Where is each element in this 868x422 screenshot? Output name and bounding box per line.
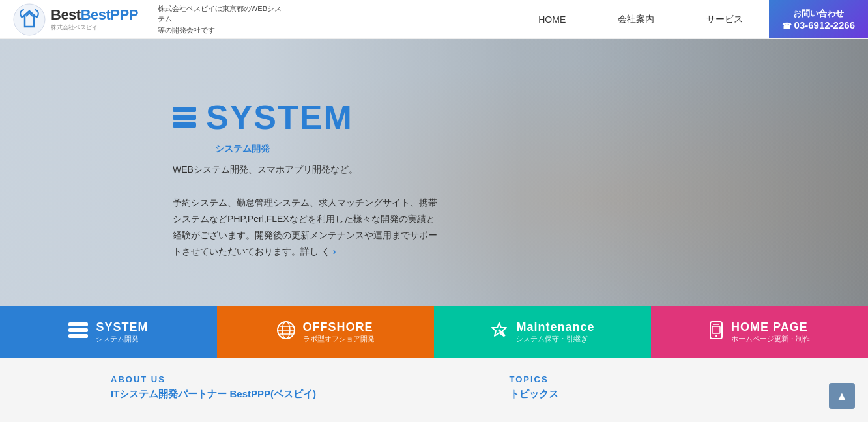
hero-desc-line3: システムなどPHP,Perl,FLEXなどを利用した様々な開発の実績と [173,211,453,227]
maintenance-tab-title: Maintenance [516,320,594,334]
hero-description: WEBシステム開発、スマホアプリ開発など。 予約システム、勤怠管理システム、求人… [173,162,453,260]
maintenance-tab-text: Maintenance システム保守・引継ぎ [516,320,594,344]
bottom-section: ABOUT US ITシステム開発パートナー BestPPP(ベスピイ) TOP… [0,358,868,422]
chevron-right-icon: › [333,246,336,257]
nav-service[interactable]: サービス [680,0,769,38]
system-tab-sub: システム開発 [96,334,148,344]
icon-bar-1 [173,107,196,112]
topics-content: トピックス [510,388,843,401]
logo-brand: BestBestPPP [51,7,138,23]
service-tab-offshore[interactable]: OFFSHORE ラボ型オフショア開発 [217,306,434,358]
hero-main-title: SYSTEM [206,98,353,137]
logo[interactable]: BestBestPPP 株式会社ベスピイ [0,3,151,36]
svg-point-0 [14,4,45,35]
maintenance-tab-sub: システム保守・引継ぎ [516,334,594,344]
nav-company[interactable]: 会社案内 [592,0,680,38]
maintenance-tab-icon [490,321,508,343]
homepage-tab-icon [709,321,723,343]
contact-label: お問い合わせ [793,8,844,20]
svg-rect-14 [712,326,720,333]
icon-bar-3 [173,122,196,128]
offshore-tab-title: OFFSHORE [303,320,375,334]
nav-home[interactable]: HOME [512,0,592,38]
hero-desc-line5: トさせていただいております。詳し く › [173,244,453,260]
about-section: ABOUT US ITシステム開発パートナー BestPPP(ベスピイ) [0,358,470,422]
hero-desc-line2: 予約システム、勤怠管理システム、求人マッチングサイト、携帯 [173,195,453,211]
offshore-tab-sub: ラボ型オフショア開発 [303,334,375,344]
system-tab-title: SYSTEM [96,320,148,334]
topics-section: TOPICS トピックス [470,358,869,422]
system-tab-text: SYSTEM システム開発 [96,320,148,344]
homepage-tab-text: HOME PAGE ホームページ更新・制作 [731,320,810,344]
nav-contact[interactable]: お問い合わせ 03-6912-2266 [769,0,868,38]
hero-subtitle: システム開発 [215,143,868,155]
svg-rect-3 [68,334,88,338]
offshore-tab-text: OFFSHORE ラボ型オフショア開発 [303,320,375,344]
service-tab-maintenance[interactable]: Maintenance システム保守・引継ぎ [434,306,651,358]
icon-bar-2 [173,115,196,120]
chevron-up-icon: ▲ [836,389,848,403]
scroll-to-top-button[interactable]: ▲ [829,383,855,409]
svg-point-12 [715,335,717,337]
hero-desc-line4: 経験がございます。開発後の更新メンテナンスや運用までサポー [173,227,453,244]
svg-rect-2 [68,328,88,332]
hero-desc-line1: WEBシステム開発、スマホアプリ開発など。 [173,162,453,178]
logo-icon [13,3,46,36]
header-tagline: 株式会社ベスピイは東京都のWEBシステム 等の開発会社です [158,3,288,36]
system-tab-icon [68,322,88,342]
offshore-tab-icon [277,321,295,343]
system-icon [173,107,196,128]
logo-sub: 株式会社ベスピイ [51,23,138,32]
hero-more-link[interactable]: く › [321,246,336,257]
header-nav: HOME 会社案内 サービス お問い合わせ 03-6912-2266 [512,0,868,38]
service-tab-system[interactable]: SYSTEM システム開発 [0,306,217,358]
topics-label: TOPICS [510,374,843,384]
homepage-tab-sub: ホームページ更新・制作 [731,334,810,344]
homepage-tab-title: HOME PAGE [731,320,810,334]
hero-title-row: SYSTEM [173,98,868,137]
hero-section: SYSTEM システム開発 WEBシステム開発、スマホアプリ開発など。 予約シス… [0,39,868,358]
contact-phone: 03-6912-2266 [782,20,855,31]
service-tabs: SYSTEM システム開発 OFFSHORE ラボ型オフショア開発 [0,306,868,358]
about-label: ABOUT US [111,374,444,384]
svg-rect-1 [68,322,88,326]
header: BestBestPPP 株式会社ベスピイ 株式会社ベスピイは東京都のWEBシステ… [0,0,868,39]
about-content[interactable]: ITシステム開発パートナー BestPPP(ベスピイ) [111,388,444,401]
hero-content: SYSTEM システム開発 WEBシステム開発、スマホアプリ開発など。 予約シス… [0,39,868,306]
service-tab-homepage[interactable]: HOME PAGE ホームページ更新・制作 [651,306,868,358]
